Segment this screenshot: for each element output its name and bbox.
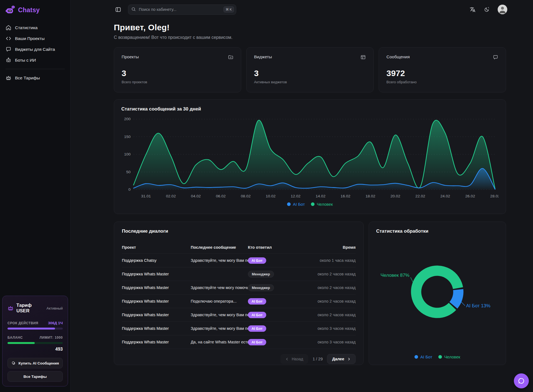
balance-value: 493 (7, 347, 63, 352)
stat-card-caption: Всего проектов (122, 80, 233, 84)
donut-legend: AI Бот Человек (376, 355, 499, 359)
dialog-message: Подключаю оператора... (191, 299, 248, 303)
responder-badge: AI Бот (248, 298, 266, 305)
table-row[interactable]: Поддержка ChatsyЗдравствуйте, чем могу В… (122, 253, 356, 267)
pagination-back-label: Назад (292, 357, 303, 361)
stat-card-title: Виджеты (254, 54, 272, 59)
pagination: Назад 1 / 29 Далее (122, 349, 356, 364)
buy-ai-messages-button[interactable]: Купить AI Сообщения (7, 358, 63, 368)
dialog-time: около 2 часов назад (296, 272, 356, 276)
recent-dialogs-title: Последние диалоги (122, 228, 356, 234)
legend-item-human[interactable]: Человек (311, 202, 333, 207)
shortcut-badge: ⌘ K (223, 6, 234, 12)
messages-chart-card: Статистика сообщений за 30 дней 05010015… (114, 99, 506, 214)
dialogs-table-body: Поддержка ChatsyЗдравствуйте, чем могу В… (122, 253, 356, 349)
main-area: ⌘ K Привет, Oleg! С возвращением! Вот чт… (71, 0, 533, 392)
widget-icon (360, 54, 366, 60)
stat-card-caption: Активных виджетов (254, 80, 366, 84)
responder-badge: Менеджер (248, 271, 274, 278)
column-header-project: Проект (122, 245, 191, 250)
coins-icon (11, 361, 16, 366)
table-row[interactable]: Поддержка Whats MasterЗдравствуйте, чем … (122, 308, 356, 321)
duration-value: 306Д 1Ч (48, 321, 63, 325)
all-tariffs-button[interactable]: Все Тарифы (7, 371, 63, 382)
topbar: ⌘ K (71, 0, 533, 19)
sidebar-nav: Статистика Ваши Проекты Виджеты для Сайт… (0, 22, 70, 83)
svg-text:Человек 87%: Человек 87% (381, 273, 409, 278)
table-row[interactable]: Поддержка Whats MasterЗдравствуйте чем м… (122, 281, 356, 294)
svg-text:14.02: 14.02 (316, 194, 325, 198)
svg-text:22.02: 22.02 (415, 194, 425, 198)
svg-text:AI Бот 13%: AI Бот 13% (466, 303, 491, 308)
dialog-time: около 2 часов назад (296, 313, 356, 317)
theme-toggle-button[interactable] (483, 6, 490, 13)
avatar[interactable] (497, 4, 507, 14)
dialog-responder: Менеджер (248, 271, 296, 278)
stat-card-messages[interactable]: Сообщения 3972 Всего обработано (379, 47, 506, 92)
svg-text:150: 150 (124, 135, 131, 139)
stat-card-title: Сообщения (386, 54, 410, 59)
legend-label: AI Бот (420, 355, 432, 359)
legend-label: Человек (317, 202, 333, 207)
balance-progressbar (7, 342, 63, 344)
stat-card-widgets[interactable]: Виджеты 3 Активных виджетов (246, 47, 374, 92)
pagination-next-button[interactable]: Далее (327, 354, 356, 364)
code-icon (6, 36, 11, 41)
svg-text:06.02: 06.02 (216, 194, 226, 198)
messages-line-chart: 05010015020031.0102.0204.0206.0208.0210.… (121, 114, 499, 201)
sidebar-toggle-button[interactable] (114, 5, 122, 14)
sidebar-item-bots[interactable]: Боты с ИИ (3, 55, 67, 66)
message-icon (493, 54, 498, 60)
table-row[interactable]: Поддержка Whats MasterМенеджероколо 2 ча… (122, 267, 356, 281)
dialog-project: Поддержка Whats Master (122, 285, 191, 290)
table-row[interactable]: Поддержка Whats MasterЗдравствуйте, чем … (122, 321, 356, 335)
sidebar-item-projects[interactable]: Ваши Проекты (3, 33, 67, 44)
search-icon (131, 7, 136, 12)
logo[interactable]: Chatsy (0, 4, 70, 16)
sidebar-item-widgets[interactable]: Виджеты для Сайта (3, 44, 67, 55)
dialog-responder: AI Бот (248, 298, 296, 305)
table-row[interactable]: Поддержка Whats MasterПодключаю оператор… (122, 294, 356, 308)
chat-icon (6, 46, 11, 52)
column-header-message: Последнее сообщение (191, 245, 248, 250)
column-header-time: Время (296, 245, 356, 250)
dialog-time: около 3 часов назад (296, 340, 356, 344)
sidebar-item-label: Статистика (15, 25, 37, 30)
responder-badge: AI Бот (248, 257, 266, 264)
dialog-project: Поддержка Whats Master (122, 299, 191, 303)
sidebar: Chatsy Статистика Ваши Проекты Виджеты д… (0, 0, 71, 392)
sidebar-divider (6, 69, 65, 69)
dialog-responder: AI Бот (248, 325, 296, 332)
dialog-project: Поддержка Chatsy (122, 258, 191, 263)
plan-status-badge: Активный (47, 306, 63, 310)
stat-card-value: 3 (254, 69, 366, 78)
responder-badge: Менеджер (248, 284, 274, 291)
duration-progress-fill (7, 328, 55, 330)
dialog-message: Здравствуйте чем могу помочь (191, 285, 248, 290)
legend-item-ai-bot[interactable]: AI Бот (414, 355, 432, 359)
support-chat-button[interactable] (514, 373, 529, 388)
page-subtitle: С возвращением! Вот что происходит с ваш… (114, 35, 506, 40)
stat-card-projects[interactable]: Проекты 3 Всего проектов (114, 47, 241, 92)
stat-card-value: 3 (122, 69, 233, 78)
svg-text:12.02: 12.02 (291, 194, 300, 198)
legend-item-human[interactable]: Человек (438, 355, 460, 359)
search-input[interactable] (128, 4, 236, 15)
balance-label: БАЛАНС (7, 336, 23, 340)
stat-card-value: 3972 (386, 69, 498, 78)
dialog-project: Поддержка Whats Master (122, 340, 191, 344)
legend-item-ai-bot[interactable]: AI Бот (287, 202, 305, 207)
duration-progressbar (7, 328, 63, 330)
line-chart-legend: AI Бот Человек (121, 202, 499, 207)
sidebar-item-statistics[interactable]: Статистика (3, 22, 67, 33)
folder-icon (228, 54, 233, 60)
language-button[interactable] (469, 6, 476, 13)
chevron-left-icon (285, 357, 289, 361)
pagination-back-button[interactable]: Назад (280, 354, 308, 364)
sidebar-item-tariffs[interactable]: Все Тарифы (3, 72, 67, 83)
limit-label: ЛИМИТ: 1000 (40, 336, 63, 340)
table-row[interactable]: Поддержка Whats MasterДа, на сайте Whats… (122, 335, 356, 349)
dialog-message: Здравствуйте, чем могу Вам помо... (191, 258, 248, 263)
crown-icon (6, 75, 11, 81)
messages-chart-title: Статистика сообщений за 30 дней (121, 106, 499, 112)
